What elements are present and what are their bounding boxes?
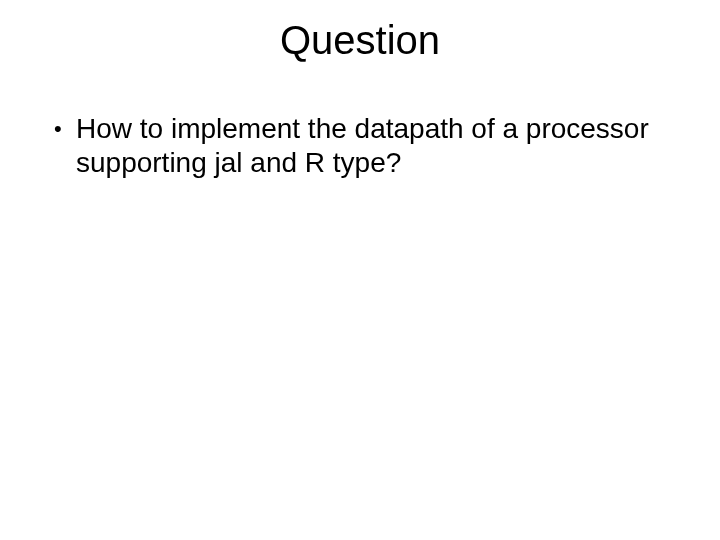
slide-title: Question bbox=[0, 18, 720, 63]
bullet-marker: • bbox=[54, 112, 76, 146]
bullet-text: How to implement the datapath of a proce… bbox=[76, 112, 666, 179]
slide-body: • How to implement the datapath of a pro… bbox=[54, 112, 666, 179]
slide: Question • How to implement the datapath… bbox=[0, 0, 720, 540]
bullet-item: • How to implement the datapath of a pro… bbox=[54, 112, 666, 179]
